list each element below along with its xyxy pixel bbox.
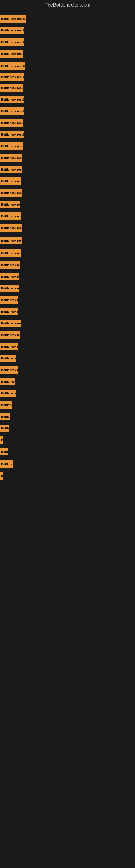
bar-item: Bottleneck result <box>0 84 23 92</box>
bar-item: Bottleneck result <box>0 212 21 220</box>
bottleneck-bar: Bottleneck result <box>0 237 21 244</box>
bottleneck-bar: Bottleneck result <box>0 177 21 185</box>
bar-label: Bottleneck result <box>1 450 8 453</box>
bar-label: Bottleneck result <box>1 156 22 159</box>
bar-label: Bottleneck result <box>1 239 21 242</box>
bar-item: Bottleneck result <box>0 296 18 304</box>
bar-label: Bottleneck result <box>1 251 21 255</box>
bar-item: Bottleneck result <box>0 343 17 350</box>
bar-item: Bottleneck result <box>0 366 18 374</box>
bar-item: Bottleneck result <box>0 261 20 269</box>
bottleneck-bar: Bottleneck result <box>0 366 18 374</box>
bar-label: Bottleneck result <box>1 438 3 442</box>
bar-label: Bottleneck result <box>1 180 21 183</box>
bar-item: Bottleneck result <box>0 273 19 280</box>
bar-item: Bottleneck result <box>0 201 20 208</box>
bar-label: Bottleneck result <box>1 368 18 372</box>
bottleneck-bar: Bottleneck result <box>0 390 16 397</box>
bar-label: Bottleneck result <box>1 264 20 267</box>
bar-label: Bottleneck result <box>1 215 21 218</box>
bar-item: Bottleneck result <box>0 143 23 150</box>
bottleneck-bar: Bottleneck result <box>0 354 16 362</box>
bar-label: Bottleneck result <box>1 392 16 395</box>
bottleneck-bar: Bottleneck result <box>0 84 23 92</box>
bar-item: Bottleneck result <box>0 249 21 257</box>
bar-item: Bottleneck result <box>0 50 23 58</box>
bottleneck-bar: Bottleneck result <box>0 273 19 280</box>
bottleneck-bar: Bottleneck result <box>0 166 21 173</box>
bar-item: Bottleneck result <box>0 472 3 479</box>
bottleneck-bar: Bottleneck result <box>0 224 22 231</box>
bottleneck-bar: Bottleneck result <box>0 343 17 350</box>
bar-item: Bottleneck result <box>0 460 13 468</box>
bottleneck-bar: Bottleneck result <box>0 50 23 58</box>
bar-item: Bottleneck result <box>0 166 21 173</box>
bar-label: Bottleneck result <box>1 203 20 206</box>
bar-label: Bottleneck result <box>1 191 21 194</box>
bar-label: Bottleneck result <box>1 287 19 290</box>
bottleneck-bar: Bottleneck result <box>0 96 24 103</box>
bar-label: Bottleneck result <box>1 345 17 348</box>
bar-item: Bottleneck result <box>0 15 26 23</box>
bar-item: Bottleneck result <box>0 448 8 456</box>
site-title: TheBottlenecker.com <box>0 0 135 9</box>
bottleneck-bar: Bottleneck result <box>0 448 8 456</box>
bar-label: Bottleneck result <box>1 403 12 407</box>
bar-label: Bottleneck result <box>1 168 21 171</box>
bottleneck-bar: Bottleneck result <box>0 107 24 115</box>
bottleneck-bar: Bottleneck result <box>0 143 23 150</box>
bottleneck-bar: Bottleneck result <box>0 15 26 23</box>
bar-item: Bottleneck result <box>0 436 3 444</box>
bar-label: Bottleneck result <box>1 310 17 313</box>
bottleneck-bar: Bottleneck result <box>0 284 19 292</box>
bottleneck-bar: Bottleneck result <box>0 212 21 220</box>
bar-label: Bottleneck result <box>1 133 24 136</box>
chart-area: Bottleneck resultBottleneck resultBottle… <box>0 9 135 863</box>
bar-label: Bottleneck result <box>1 75 24 79</box>
bottleneck-bar: Bottleneck result <box>0 460 13 468</box>
bar-item: Bottleneck result <box>0 331 20 339</box>
bottleneck-bar: Bottleneck result <box>0 62 25 70</box>
bottleneck-bar: Bottleneck result <box>0 249 21 257</box>
bar-item: Bottleneck result <box>0 177 21 185</box>
bar-item: Bottleneck result <box>0 38 24 46</box>
bar-item: Bottleneck result <box>0 224 22 231</box>
bottleneck-bar: Bottleneck result <box>0 154 22 162</box>
bar-label: Bottleneck result <box>1 275 19 278</box>
bar-item: Bottleneck result <box>0 62 25 70</box>
bar-item: Bottleneck result <box>0 308 17 315</box>
bottleneck-bar: Bottleneck result <box>0 436 3 444</box>
bar-label: Bottleneck result <box>1 474 3 477</box>
bottleneck-bar: Bottleneck result <box>0 425 9 432</box>
bar-item: Bottleneck result <box>0 73 24 81</box>
bar-label: Bottleneck result <box>1 98 24 101</box>
bar-item: Bottleneck result <box>0 284 19 292</box>
bar-label: Bottleneck result <box>1 52 23 55</box>
bar-label: Bottleneck result <box>1 65 25 68</box>
bar-item: Bottleneck result <box>0 119 23 127</box>
bottleneck-bar: Bottleneck result <box>0 472 3 479</box>
bar-label: Bottleneck result <box>1 40 24 44</box>
bar-item: Bottleneck result <box>0 354 16 362</box>
bar-item: Bottleneck result <box>0 390 16 397</box>
bar-label: Bottleneck result <box>1 110 24 113</box>
bottleneck-bar: Bottleneck result <box>0 131 24 138</box>
bottleneck-bar: Bottleneck result <box>0 119 23 127</box>
bar-label: Bottleneck result <box>1 463 13 466</box>
bar-label: Bottleneck result <box>1 86 23 90</box>
bar-item: Bottleneck result <box>0 425 9 432</box>
bar-item: Bottleneck result <box>0 378 15 385</box>
bar-label: Bottleneck result <box>1 145 23 148</box>
bar-label: Bottleneck result <box>1 121 23 124</box>
bottleneck-bar: Bottleneck result <box>0 378 15 385</box>
bar-label: Bottleneck result <box>1 17 25 20</box>
bottleneck-bar: Bottleneck result <box>0 319 21 327</box>
bar-label: Bottleneck result <box>1 299 18 302</box>
bar-item: Bottleneck result <box>0 154 22 162</box>
bottleneck-bar: Bottleneck result <box>0 308 17 315</box>
bar-label: Bottleneck result <box>1 322 21 325</box>
bar-item: Bottleneck result <box>0 107 24 115</box>
bar-item: Bottleneck result <box>0 401 12 409</box>
bottleneck-bar: Bottleneck result <box>0 189 21 197</box>
bottleneck-bar: Bottleneck result <box>0 201 20 208</box>
